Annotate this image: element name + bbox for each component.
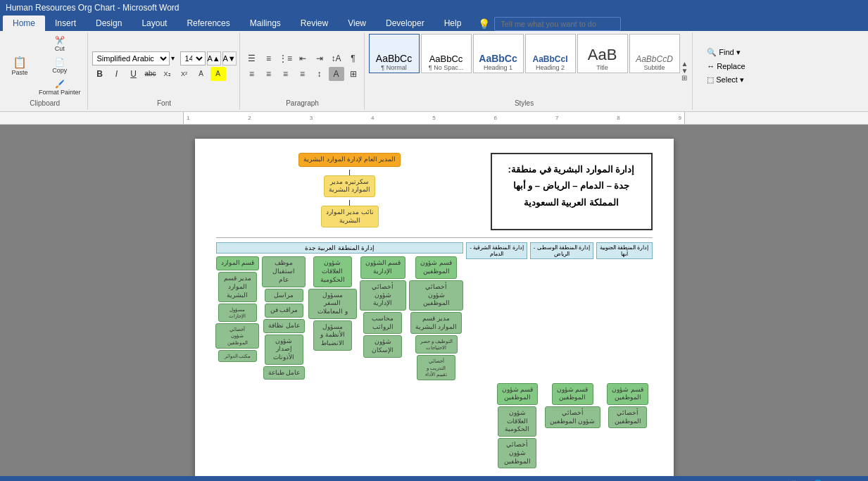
show-marks-button[interactable]: ¶: [346, 51, 361, 65]
underline-button[interactable]: U: [126, 67, 141, 81]
replace-button[interactable]: ↔️ Replace: [704, 61, 748, 72]
cut-button[interactable]: ✂️ Cut: [35, 34, 84, 54]
region-jeddah-header: إدارة المنطقة العربية جدة: [216, 242, 464, 254]
format-painter-button[interactable]: 🖌️ Format Painter: [35, 77, 84, 98]
misc-reception: موظفاستقبال عام: [262, 256, 306, 287]
font-name-dropdown[interactable]: ▾: [171, 54, 175, 62]
bold-button[interactable]: B: [92, 67, 108, 81]
paste-icon: 📋: [13, 56, 27, 69]
emp-affairs: قسم شؤونالموظفين: [415, 256, 457, 278]
emp-recruit: التوظيف و حصرالاحتياجات: [415, 335, 458, 354]
org-title-line3: المملكة العربية السعودية: [505, 194, 639, 211]
admin-affairs: قسم الشؤونالإدارية: [360, 256, 406, 278]
clipboard-group: 📋 Paste ✂️ Cut 📄 Copy 🖌️ Format Painter: [3, 32, 88, 110]
resources-dept: قسم الموارد: [216, 256, 260, 270]
paragraph-content: ☰ ≡ ⋮≡ ⇤ ⇥ ↕A ¶ ≡ ≡ ≡ ≡ ↕ A ⊞: [244, 34, 361, 98]
title-text: Human Resources Org Chart - Microsoft Wo…: [6, 3, 180, 13]
style-subtitle-preview: AaBbCcD: [636, 54, 673, 64]
styles-content: AaBbCc ¶ Normal AaBbCc ¶ No Spac... AaBb…: [369, 34, 680, 108]
copy-button[interactable]: 📄 Copy: [35, 56, 84, 76]
admin-acct: محاسبالرواتب: [363, 312, 402, 334]
emp-dir: مدير قسمالموارد البشرية: [410, 312, 463, 334]
justify-button[interactable]: ≡: [295, 67, 310, 81]
clipboard-label: Clipboard: [30, 98, 60, 108]
find-dropdown[interactable]: ▾: [736, 48, 741, 57]
ruler-inner: 123456789: [183, 112, 685, 124]
increase-font-button[interactable]: A▲: [207, 51, 221, 65]
tab-references[interactable]: References: [177, 15, 239, 31]
tab-mailings[interactable]: Mailings: [240, 15, 291, 31]
bullets-button[interactable]: ☰: [244, 51, 260, 65]
shading-button[interactable]: A: [329, 67, 344, 81]
dammam-sub: قسم شؤونالموظفين شؤونالعلاقاتالحكومية أخ…: [493, 383, 542, 469]
tab-help[interactable]: Help: [434, 15, 472, 31]
tab-layout[interactable]: Layout: [132, 15, 177, 31]
strikethrough-button[interactable]: abc: [143, 67, 158, 81]
paragraph-group: ☰ ≡ ⋮≡ ⇤ ⇥ ↕A ¶ ≡ ≡ ≡ ≡ ↕ A ⊞ Paragraph: [241, 32, 365, 110]
clipboard-row1: 📋 Paste ✂️ Cut 📄 Copy 🖌️ Format Painter: [6, 34, 84, 98]
org-dep: نائب مدير المواردالبشرية: [321, 206, 379, 227]
tab-insert[interactable]: Insert: [45, 15, 86, 31]
style-normal[interactable]: AaBbCc ¶ Normal: [369, 34, 420, 73]
org-title-box: إدارة الموارد البشرية في منطقة: جدة – ال…: [491, 153, 653, 230]
ruler-marks: 123456789: [187, 115, 681, 121]
resources-emp-spec: أخصائيشؤون الموظفين: [215, 323, 259, 348]
editing-group: 🔍 Find ▾ ↔️ Replace ⬚ Select ▾ Styles: [694, 32, 757, 110]
superscript-button[interactable]: X²: [177, 67, 192, 81]
font-row2: B I U abc X₂ X² A A: [92, 67, 237, 81]
multilevel-button[interactable]: ⋮≡: [278, 51, 294, 65]
tab-design[interactable]: Design: [86, 15, 132, 31]
tab-view[interactable]: View: [338, 15, 376, 31]
styles-scroll[interactable]: ▲ ▼ ⊞: [680, 34, 690, 108]
ribbon: 📋 Paste ✂️ Cut 📄 Copy 🖌️ Format Painter: [0, 31, 868, 112]
paste-button[interactable]: 📋 Paste: [6, 45, 34, 87]
numbering-button[interactable]: ≡: [261, 51, 277, 65]
style-no-space[interactable]: AaBbCc ¶ No Spac...: [421, 34, 472, 73]
abha-sub: قسم شؤونالموظفين أخصائيالموظفين: [603, 383, 653, 469]
replace-icon: ↔️: [707, 62, 715, 70]
tab-home[interactable]: Home: [3, 15, 45, 31]
region-riyadh: إدارة المنطقة الوسطى -الرياض: [530, 242, 593, 259]
sort-button[interactable]: ↕A: [329, 51, 344, 65]
increase-indent-button[interactable]: ⇥: [312, 51, 327, 65]
align-right-button[interactable]: ≡: [278, 67, 294, 81]
misc-tech: مراقب فن: [265, 304, 303, 318]
borders-button[interactable]: ⊞: [346, 67, 361, 81]
font-size-select[interactable]: 14: [180, 51, 206, 65]
help-icon: 💡: [478, 18, 490, 30]
editing-content: 🔍 Find ▾ ↔️ Replace ⬚ Select ▾: [704, 34, 748, 98]
style-subtitle[interactable]: AaBbCcD Subtitle: [629, 34, 680, 73]
text-color-button[interactable]: A: [194, 67, 209, 81]
style-heading2[interactable]: AaBbCcI Heading 2: [525, 34, 576, 73]
resources-leaves: مسؤولالإجازات: [218, 304, 257, 322]
tab-review[interactable]: Review: [291, 15, 338, 31]
search-input[interactable]: [494, 17, 621, 31]
font-name-select[interactable]: Simplified Arabic: [92, 51, 170, 65]
salary-travel: مسؤول السفرو المعاملات: [308, 289, 356, 319]
highlight-button[interactable]: A: [210, 67, 226, 81]
subscript-button[interactable]: X₂: [160, 67, 175, 81]
style-heading1[interactable]: AaBbCc Heading 1: [473, 34, 524, 73]
abha-spec: أخصائيالموظفين: [608, 406, 647, 428]
align-center-button[interactable]: ≡: [261, 67, 277, 81]
align-left-button[interactable]: ≡: [244, 67, 260, 81]
italic-button[interactable]: I: [109, 67, 125, 81]
para-row1: ☰ ≡ ⋮≡ ⇤ ⇥ ↕A ¶: [244, 51, 361, 65]
styles-expand[interactable]: ⊞: [681, 75, 688, 82]
line-spacing-button[interactable]: ↕: [312, 67, 327, 81]
admin-housing: شؤونالإسكان: [363, 335, 402, 357]
salary-safety: مسؤولالأنظمة والانضباط: [313, 320, 352, 351]
select-button[interactable]: ⬚ Select ▾: [704, 74, 748, 86]
find-button[interactable]: 🔍 Find ▾: [704, 46, 748, 58]
connector2: [349, 200, 350, 206]
emp-train: أخصائيالتدريب وتقييم الأداء: [417, 355, 455, 380]
ribbon-tabs: Home Insert Design Layout References Mai…: [0, 15, 868, 31]
jeddah-emp-affairs: قسم شؤونالموظفين أخصائيشؤون الموظفين مدي…: [409, 256, 463, 380]
tab-developer[interactable]: Developer: [376, 15, 434, 31]
jeddah-misc: موظفاستقبال عام مراسل مراقب فن عامل نظاف…: [262, 256, 306, 380]
decrease-font-button[interactable]: A▼: [222, 51, 237, 65]
paragraph-label: Paragraph: [286, 98, 319, 108]
style-title[interactable]: AaB Title: [577, 34, 628, 73]
decrease-indent-button[interactable]: ⇤: [295, 51, 310, 65]
styles-panel: AaBbCc ¶ Normal AaBbCc ¶ No Spac... AaBb…: [369, 34, 680, 73]
